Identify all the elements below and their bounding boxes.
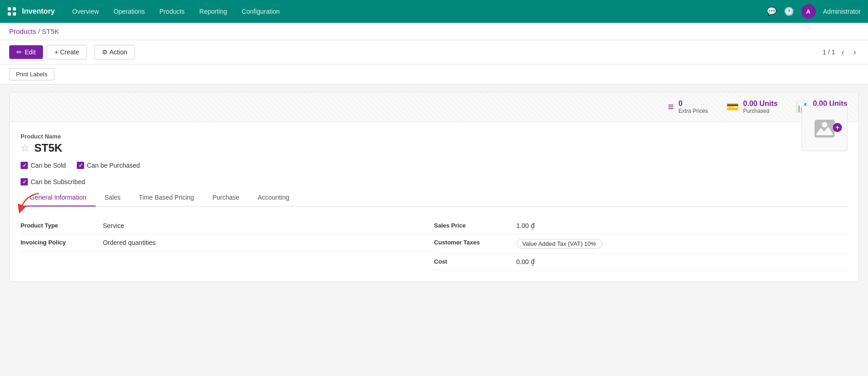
- user-name-label[interactable]: Administrator: [823, 8, 861, 15]
- pagination: 1 / 1 ‹ ›: [823, 47, 859, 58]
- breadcrumb-current: ST5K: [42, 27, 59, 35]
- svg-rect-3: [13, 12, 16, 16]
- nav-menu: Overview Operations Products Reporting C…: [66, 4, 767, 19]
- customer-taxes-label: Customer Taxes: [434, 239, 517, 249]
- edit-icon: ✏: [16, 48, 22, 56]
- can-be-sold-checkbox[interactable]: Can be Sold: [21, 162, 66, 169]
- chat-icon[interactable]: 💬: [767, 6, 777, 16]
- edit-button[interactable]: ✏ Edit: [9, 45, 43, 59]
- pagination-prev[interactable]: ‹: [839, 47, 847, 58]
- product-title: ST5K: [34, 142, 62, 154]
- extra-prices-stat[interactable]: ≡ 0 Extra Prices: [668, 100, 708, 114]
- top-navigation: Inventory Overview Operations Products R…: [0, 0, 868, 23]
- clock-icon[interactable]: 🕐: [784, 6, 794, 16]
- extra-prices-label: Extra Prices: [678, 108, 708, 114]
- user-avatar[interactable]: A: [801, 4, 816, 19]
- tab-accounting[interactable]: Accounting: [249, 189, 298, 207]
- toolbar: ✏ Edit + Create ⚙ Action 1 / 1 ‹ ›: [0, 40, 868, 64]
- stats-bar: ≡ 0 Extra Prices 💳 0.00 Units Purchased …: [10, 92, 858, 122]
- product-type-value: Service: [103, 222, 124, 229]
- invoicing-policy-label: Invoicing Policy: [21, 239, 103, 246]
- nav-item-products[interactable]: Products: [153, 4, 191, 19]
- action-label: ⚙ Action: [102, 48, 127, 56]
- nav-item-overview[interactable]: Overview: [66, 4, 105, 19]
- sales-price-row: Sales Price 1.00 ₫: [434, 217, 848, 234]
- product-name-label: Product Name: [21, 133, 802, 140]
- list-icon: ≡: [668, 101, 674, 113]
- product-card: ≡ 0 Extra Prices 💳 0.00 Units Purchased …: [9, 92, 859, 282]
- product-type-row: Product Type Service: [21, 217, 434, 234]
- cost-label: Cost: [434, 258, 517, 265]
- app-brand[interactable]: Inventory: [22, 7, 55, 16]
- favorite-star-icon[interactable]: ☆: [21, 142, 30, 154]
- nav-item-configuration[interactable]: Configuration: [235, 4, 286, 19]
- nav-item-reporting[interactable]: Reporting: [193, 4, 234, 19]
- extra-prices-value: 0: [678, 100, 708, 108]
- product-body: Product Name ☆ ST5K Can be Sold Can be P…: [10, 122, 858, 281]
- form-col-left: Product Type Service Invoicing Policy Or…: [21, 217, 434, 270]
- can-be-purchased-checkbox[interactable]: Can be Purchased: [77, 162, 140, 169]
- svg-rect-0: [8, 7, 11, 11]
- action-button[interactable]: ⚙ Action: [94, 45, 135, 59]
- checkboxes-row: Can be Sold Can be Purchased: [21, 162, 802, 169]
- can-be-subscribed-checkbox-box: [21, 178, 28, 185]
- print-labels-button[interactable]: Print Labels: [9, 68, 54, 80]
- main-content: ≡ 0 Extra Prices 💳 0.00 Units Purchased …: [0, 85, 868, 376]
- units-purchased-label: Purchased: [743, 108, 778, 114]
- units-purchased-value: 0.00 Units: [743, 100, 778, 108]
- breadcrumb-separator: /: [38, 27, 42, 35]
- cost-row: Cost 0.00 ₫: [434, 254, 848, 270]
- customer-taxes-value: Value Added Tax (VAT) 10%: [517, 239, 602, 249]
- tab-sales[interactable]: Sales: [96, 189, 130, 207]
- product-image[interactable]: +: [802, 106, 847, 151]
- form-grid: Product Type Service Invoicing Policy Or…: [21, 217, 847, 270]
- sales-price-label: Sales Price: [434, 222, 517, 229]
- customer-taxes-row: Customer Taxes Value Added Tax (VAT) 10%: [434, 234, 848, 254]
- breadcrumb-parent-link[interactable]: Products: [9, 27, 36, 35]
- general-info-tab-content: Product Type Service Invoicing Policy Or…: [21, 207, 847, 270]
- apps-menu-icon[interactable]: [7, 7, 16, 16]
- nav-item-operations[interactable]: Operations: [107, 4, 151, 19]
- can-be-subscribed-checkbox[interactable]: Can be Subscribed: [21, 178, 85, 185]
- create-label: + Create: [54, 48, 79, 56]
- svg-rect-1: [13, 7, 16, 11]
- breadcrumb: Products / ST5K: [0, 23, 868, 40]
- sales-price-value: 1.00 ₫: [517, 222, 535, 229]
- red-arrow-annotation: [16, 191, 43, 214]
- product-type-label: Product Type: [21, 222, 103, 229]
- product-tabs: General Information Sales Time Based Pri…: [21, 189, 847, 207]
- print-bar: Print Labels: [0, 64, 868, 85]
- units-purchased-stat[interactable]: 💳 0.00 Units Purchased: [726, 100, 778, 114]
- can-be-purchased-checkbox-box: [77, 162, 84, 169]
- form-col-right: Sales Price 1.00 ₫ Customer Taxes Value …: [434, 217, 848, 270]
- tab-time-based-pricing[interactable]: Time Based Pricing: [130, 189, 203, 207]
- invoicing-policy-value: Ordered quantities: [103, 239, 155, 246]
- product-name-row: ☆ ST5K: [21, 142, 802, 154]
- can-be-sold-label: Can be Sold: [31, 162, 66, 169]
- nav-right-section: 💬 🕐 A Administrator: [767, 4, 861, 19]
- card-icon: 💳: [726, 101, 739, 113]
- can-be-sold-checkbox-box: [21, 162, 28, 169]
- svg-rect-2: [8, 12, 11, 16]
- pagination-next[interactable]: ›: [851, 47, 859, 58]
- tab-purchase[interactable]: Purchase: [203, 189, 249, 207]
- create-button[interactable]: + Create: [47, 45, 87, 59]
- can-be-subscribed-label: Can be Subscribed: [31, 178, 85, 185]
- invoicing-policy-row: Invoicing Policy Ordered quantities: [21, 234, 434, 251]
- cost-value: 0.00 ₫: [517, 258, 535, 265]
- can-be-purchased-label: Can be Purchased: [87, 162, 140, 169]
- annotation: Can be Subscribed: [21, 178, 802, 185]
- pagination-text: 1 / 1: [823, 48, 835, 56]
